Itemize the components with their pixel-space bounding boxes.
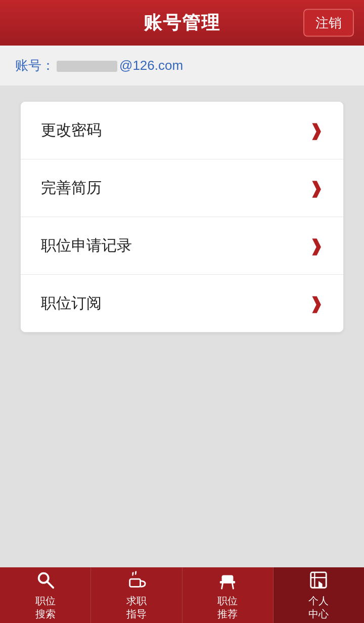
svg-rect-3 bbox=[222, 575, 234, 582]
nav-item-personal-center[interactable]: 个人中心 bbox=[274, 567, 364, 623]
menu-item-change-password[interactable]: 更改密码 ❱ bbox=[21, 102, 343, 159]
chevron-right-icon: ❱ bbox=[309, 180, 323, 196]
menu-item-job-application-records[interactable]: 职位申请记录 ❱ bbox=[21, 217, 343, 275]
nav-item-personal-center-label: 个人中心 bbox=[308, 594, 329, 620]
menu-item-change-password-label: 更改密码 bbox=[41, 120, 102, 141]
coffee-icon bbox=[127, 570, 146, 592]
chevron-right-icon: ❱ bbox=[309, 238, 323, 254]
search-icon bbox=[36, 570, 55, 592]
nav-item-job-search[interactable]: 职位搜索 bbox=[0, 567, 91, 623]
menu-item-job-subscription[interactable]: 职位订阅 ❱ bbox=[21, 275, 343, 332]
personal-center-icon bbox=[309, 570, 328, 592]
page-title: 账号管理 bbox=[144, 11, 220, 35]
menu-item-complete-resume[interactable]: 完善简历 ❱ bbox=[21, 159, 343, 217]
nav-item-career-guidance[interactable]: 求职指导 bbox=[91, 567, 182, 623]
account-label: 账号：@126.com bbox=[15, 58, 183, 73]
svg-line-6 bbox=[233, 583, 234, 588]
svg-line-1 bbox=[47, 581, 53, 587]
chevron-right-icon: ❱ bbox=[309, 122, 323, 139]
bottom-nav: 职位搜索 求职指导 职位推荐 bbox=[0, 567, 364, 623]
nav-item-job-recommendation-label: 职位推荐 bbox=[217, 594, 238, 620]
logout-button[interactable]: 注销 bbox=[303, 9, 354, 37]
main-content: 更改密码 ❱ 完善简历 ❱ 职位申请记录 ❱ 职位订阅 ❱ bbox=[0, 86, 364, 567]
chair-icon bbox=[218, 570, 237, 592]
svg-rect-2 bbox=[130, 579, 141, 587]
chevron-right-icon: ❱ bbox=[309, 296, 323, 312]
app-header: 账号管理 注销 bbox=[0, 0, 364, 46]
menu-item-job-subscription-label: 职位订阅 bbox=[41, 293, 102, 314]
menu-item-complete-resume-label: 完善简历 bbox=[41, 178, 102, 198]
account-email-masked bbox=[57, 61, 117, 72]
nav-item-job-recommendation[interactable]: 职位推荐 bbox=[183, 567, 274, 623]
nav-item-job-search-label: 职位搜索 bbox=[35, 594, 56, 620]
menu-item-job-application-records-label: 职位申请记录 bbox=[41, 235, 132, 256]
nav-item-career-guidance-label: 求职指导 bbox=[126, 594, 147, 620]
account-info-bar: 账号：@126.com bbox=[0, 46, 364, 86]
svg-line-5 bbox=[222, 583, 223, 588]
menu-card: 更改密码 ❱ 完善简历 ❱ 职位申请记录 ❱ 职位订阅 ❱ bbox=[20, 101, 344, 333]
